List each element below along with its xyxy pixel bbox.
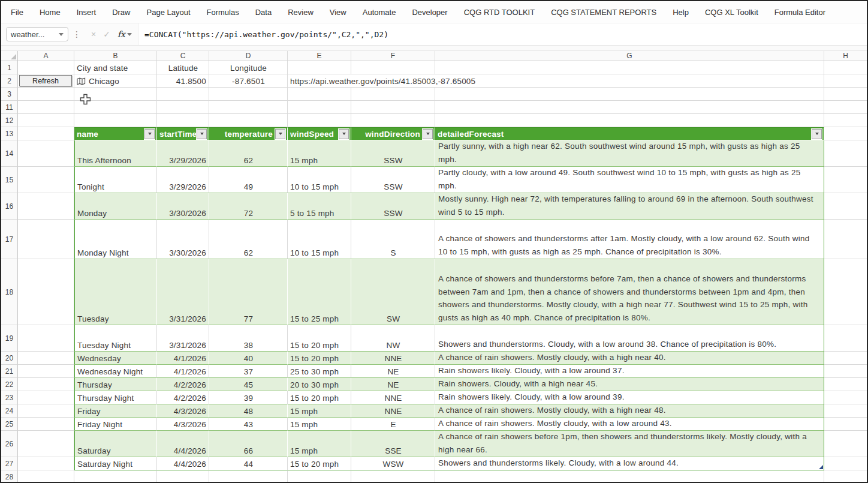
cell-name[interactable]: This Afternoon (74, 140, 157, 167)
cell-detailedforecast[interactable]: A chance of showers and thunderstorms af… (435, 220, 824, 259)
cell-longitude-label[interactable]: Longitude (209, 61, 288, 74)
cancel-icon[interactable]: × (91, 29, 96, 39)
cell-windspeed[interactable]: 15 to 20 mph (288, 352, 351, 365)
column-header[interactable]: H (824, 51, 867, 61)
name-box[interactable]: weather... (6, 27, 68, 41)
cell-starttime[interactable]: 4/1/2026 (157, 365, 209, 378)
cell[interactable] (18, 325, 74, 352)
cell[interactable] (435, 101, 824, 114)
cell-winddirection[interactable]: WSW (351, 457, 435, 470)
row-header[interactable]: 28 (1, 470, 18, 482)
cell-temperature[interactable]: 37 (209, 365, 288, 378)
cell[interactable] (824, 418, 867, 431)
cell-name[interactable]: Friday Night (74, 418, 157, 431)
cell-starttime[interactable]: 3/31/2026 (157, 259, 209, 325)
menu-item-draw[interactable]: Draw (112, 8, 130, 17)
menu-item-file[interactable]: File (11, 8, 23, 17)
row-header[interactable]: 15 (1, 167, 18, 193)
cell[interactable] (824, 259, 867, 325)
enter-icon[interactable]: ✓ (103, 29, 110, 39)
refresh-button[interactable]: Refresh (19, 75, 72, 86)
cell-starttime[interactable]: 3/29/2026 (157, 140, 209, 167)
formula-input[interactable]: =CONCAT("https://api.weather.gov/points/… (138, 23, 867, 45)
cell-winddirection[interactable]: NW (351, 325, 435, 352)
cell-starttime[interactable]: 4/2/2026 (157, 378, 209, 391)
cell-detailedforecast[interactable]: Partly cloudy, with a low around 49. Sou… (435, 167, 824, 193)
cell[interactable] (74, 114, 157, 127)
cell-detailedforecast[interactable]: Partly sunny, with a high near 62. South… (435, 140, 824, 167)
row-header[interactable]: 25 (1, 418, 18, 431)
cell-winddirection[interactable]: SSW (351, 140, 435, 167)
cell[interactable] (824, 352, 867, 365)
cell-windspeed[interactable]: 15 mph (288, 140, 351, 167)
menu-item-insert[interactable]: Insert (77, 8, 97, 17)
cell-windspeed[interactable]: 10 to 15 mph (288, 220, 351, 259)
column-header[interactable]: B (74, 51, 157, 61)
cell[interactable] (435, 114, 824, 127)
cell-name[interactable]: Saturday (74, 431, 157, 457)
cell-temperature[interactable]: 38 (209, 325, 288, 352)
row-header[interactable]: 18 (1, 259, 18, 325)
cell-starttime[interactable]: 3/30/2026 (157, 193, 209, 220)
cell-starttime[interactable]: 3/31/2026 (157, 325, 209, 352)
cell-temperature[interactable]: 39 (209, 391, 288, 404)
cell-windspeed[interactable]: 15 mph (288, 404, 351, 418)
cell-winddirection[interactable]: NNE (351, 391, 435, 404)
cell[interactable] (824, 404, 867, 418)
cell-winddirection[interactable]: SSE (351, 431, 435, 457)
cell-winddirection[interactable]: NE (351, 378, 435, 391)
cell[interactable] (824, 88, 867, 101)
cell[interactable] (824, 220, 867, 259)
filter-dropdown-icon[interactable] (275, 129, 285, 139)
cell[interactable] (209, 101, 288, 114)
cell-name[interactable]: Thursday (74, 378, 157, 391)
cell-windspeed[interactable]: 15 mph (288, 431, 351, 457)
cell[interactable] (18, 404, 74, 418)
cell[interactable] (824, 127, 867, 140)
cell-windspeed[interactable]: 10 to 15 mph (288, 167, 351, 193)
row-header[interactable]: 3 (1, 88, 18, 101)
cell[interactable] (18, 220, 74, 259)
cell-detailedforecast[interactable]: Showers and thunderstorms likely. Cloudy… (435, 457, 824, 470)
cell[interactable] (18, 61, 74, 74)
cell-detailedforecast[interactable]: Showers and thunderstorms. Cloudy, with … (435, 325, 824, 352)
cell-winddirection[interactable]: SW (351, 259, 435, 325)
cell-windspeed[interactable]: 20 to 30 mph (288, 378, 351, 391)
cell-detailedforecast[interactable]: A chance of rain showers. Mostly cloudy,… (435, 418, 824, 431)
cell-winddirection[interactable]: SSW (351, 193, 435, 220)
cell-windspeed[interactable]: 15 to 20 mph (288, 457, 351, 470)
cell-name[interactable]: Tonight (74, 167, 157, 193)
cell[interactable] (288, 101, 351, 114)
menu-item-page-layout[interactable]: Page Layout (147, 8, 191, 17)
menu-item-home[interactable]: Home (40, 8, 61, 17)
cell-starttime[interactable]: 4/4/2026 (157, 457, 209, 470)
cell[interactable] (351, 470, 435, 482)
cell[interactable] (435, 470, 824, 482)
menu-item-view[interactable]: View (330, 8, 346, 17)
cell[interactable] (18, 259, 74, 325)
cell[interactable] (824, 61, 867, 74)
column-header[interactable]: F (351, 51, 435, 61)
cell-detailedforecast[interactable]: Rain showers. Cloudy, with a high near 4… (435, 378, 824, 391)
cell-detailedforecast[interactable]: A chance of rain showers. Mostly cloudy,… (435, 352, 824, 365)
menu-item-cqg-xl-toolkit[interactable]: CQG XL Toolkit (705, 8, 758, 17)
row-header[interactable]: 26 (1, 431, 18, 457)
cell-windspeed[interactable]: 15 to 20 mph (288, 391, 351, 404)
cell-starttime[interactable]: 4/3/2026 (157, 418, 209, 431)
cell-windspeed[interactable]: 5 to 15 mph (288, 193, 351, 220)
cell[interactable] (824, 470, 867, 482)
cell[interactable] (18, 352, 74, 365)
table-header-detailedforecast[interactable]: detailedForecast (435, 127, 824, 140)
cell-temperature[interactable]: 44 (209, 457, 288, 470)
cell-temperature[interactable]: 45 (209, 378, 288, 391)
cell[interactable] (824, 101, 867, 114)
column-header[interactable]: E (288, 51, 351, 61)
cell-temperature[interactable]: 49 (209, 167, 288, 193)
cell[interactable] (351, 101, 435, 114)
cell-name[interactable]: Saturday Night (74, 457, 157, 470)
menu-item-formula-editor[interactable]: Formula Editor (774, 8, 825, 17)
menu-item-formulas[interactable]: Formulas (207, 8, 239, 17)
menu-item-automate[interactable]: Automate (363, 8, 396, 17)
cell-winddirection[interactable]: NNE (351, 404, 435, 418)
cell[interactable] (18, 114, 74, 127)
